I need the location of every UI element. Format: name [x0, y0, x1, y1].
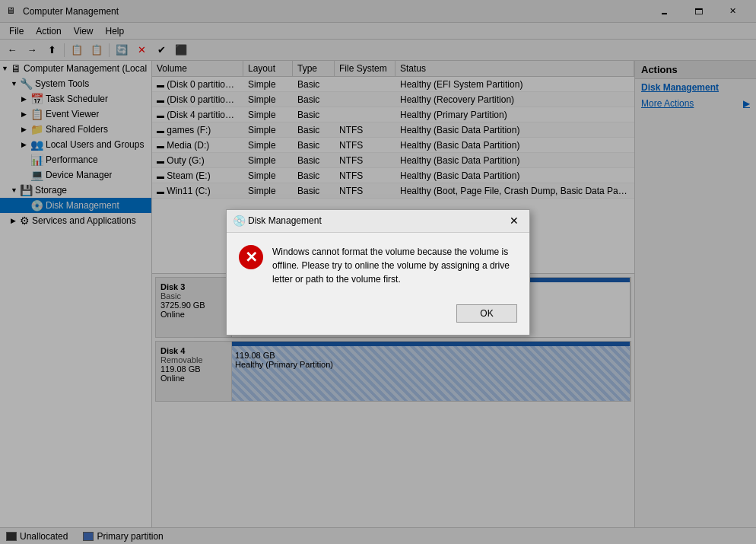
- dialog-disk-management: 💿 Disk Management ✕ ✕ Windows cannot for…: [226, 209, 530, 336]
- dialog-title: Disk Management: [248, 215, 505, 226]
- dialog-ok-button[interactable]: OK: [456, 304, 517, 323]
- dialog-app-icon: 💿: [233, 215, 246, 227]
- dialog-close-button[interactable]: ✕: [505, 212, 523, 230]
- dialog-message: Windows cannot format the volume because…: [272, 245, 517, 286]
- dialog-title-bar: 💿 Disk Management ✕: [227, 210, 529, 233]
- dialog-overlay: 💿 Disk Management ✕ ✕ Windows cannot for…: [0, 0, 756, 544]
- error-icon: ✕: [239, 245, 263, 269]
- dialog-content: ✕ Windows cannot format the volume becau…: [227, 233, 529, 298]
- dialog-buttons: OK: [227, 298, 529, 335]
